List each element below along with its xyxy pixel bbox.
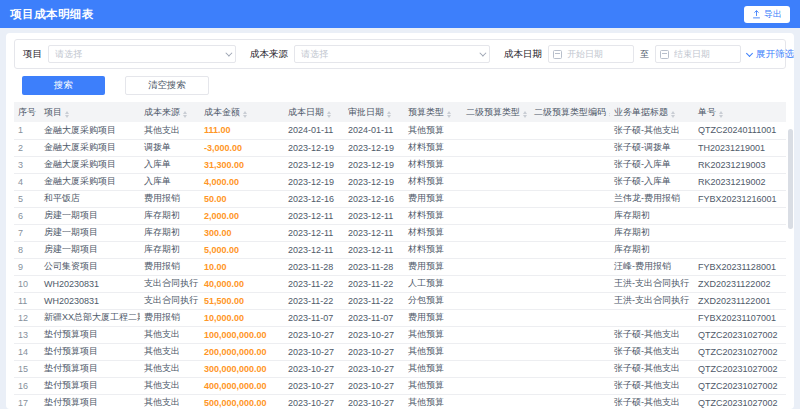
table-cell <box>530 190 610 207</box>
table-cell: 2023-11-07 <box>344 309 404 326</box>
table-cell: 300.00 <box>200 224 284 241</box>
table-cell: 8 <box>14 241 40 258</box>
table-cell: 2023-12-16 <box>284 190 344 207</box>
table-cell: 张子硕-其他支出 <box>610 394 694 409</box>
table-row: 5和平饭店费用报销50.002023-12-162023-12-16费用预算兰伟… <box>14 190 786 207</box>
vertical-scrollbar[interactable] <box>788 129 793 229</box>
table-cell: FYBX20231216001 <box>694 190 786 207</box>
results-table: 序号项目成本来源成本金额成本日期审批日期预算类型二级预算类型二级预算类型编码业务… <box>14 102 786 409</box>
clear-search-button[interactable]: 清空搜索 <box>125 76 209 95</box>
table-cell: 1 <box>14 122 40 139</box>
date-end-input[interactable] <box>655 45 741 63</box>
table-cell: 其他预算 <box>404 394 462 409</box>
table-cell: 200,000,000.00 <box>200 343 284 360</box>
table-cell: 40,000.00 <box>200 275 284 292</box>
source-select[interactable] <box>294 45 490 63</box>
table-cell: 和平饭店 <box>40 190 140 207</box>
project-select[interactable] <box>48 45 236 63</box>
table-cell <box>530 224 610 241</box>
content-card: 项目 成本来源 成本日期 至 展开筛选 搜索 清空搜索 序号项目成 <box>6 33 794 409</box>
table-cell: 7 <box>14 224 40 241</box>
table-cell: 费用报销 <box>140 258 200 275</box>
page-title: 项目成本明细表 <box>10 7 94 22</box>
table-cell <box>462 190 530 207</box>
date-start-field[interactable] <box>548 45 634 63</box>
sort-icon[interactable] <box>65 111 69 118</box>
expand-filter-link[interactable]: 展开筛选 <box>747 48 794 61</box>
table-cell: QTZC20231027002 <box>694 326 786 343</box>
table-cell: 分包预算 <box>404 292 462 309</box>
table-cell <box>462 394 530 409</box>
sort-icon[interactable] <box>243 111 247 118</box>
date-start-input[interactable] <box>548 45 634 63</box>
table-cell: 垫付预算项目 <box>40 326 140 343</box>
table-cell: 其他预算 <box>404 343 462 360</box>
table-cell <box>462 326 530 343</box>
project-select-input[interactable] <box>48 45 236 63</box>
column-header[interactable]: 成本日期 <box>284 102 344 122</box>
column-header[interactable]: 单号 <box>694 102 786 122</box>
column-header[interactable]: 预算类型 <box>404 102 462 122</box>
table-cell: 10 <box>14 275 40 292</box>
search-button[interactable]: 搜索 <box>22 76 105 95</box>
table-cell: 6 <box>14 207 40 224</box>
table-cell: 调拨单 <box>140 139 200 156</box>
column-header[interactable]: 审批日期 <box>344 102 404 122</box>
table-cell <box>462 241 530 258</box>
table-cell: 2023-10-27 <box>284 394 344 409</box>
table-cell: WH20230831 <box>40 275 140 292</box>
table-cell <box>462 377 530 394</box>
table-cell: 费用预算 <box>404 190 462 207</box>
sort-icon[interactable] <box>719 111 723 118</box>
table-cell: 2023-10-27 <box>284 360 344 377</box>
sort-icon[interactable] <box>327 111 331 118</box>
table-cell: 300,000,000.00 <box>200 360 284 377</box>
column-header-label: 业务单据标题 <box>614 107 668 117</box>
table-cell: RK20231219003 <box>694 156 786 173</box>
export-button[interactable]: 导出 <box>744 6 790 23</box>
date-end-field[interactable] <box>655 45 741 63</box>
table-cell <box>462 360 530 377</box>
source-select-input[interactable] <box>294 45 490 63</box>
table-cell <box>530 309 610 326</box>
table-cell <box>530 275 610 292</box>
table-cell: 库存期初 <box>140 224 200 241</box>
column-header[interactable]: 成本金额 <box>200 102 284 122</box>
table-cell: 4,000.00 <box>200 173 284 190</box>
table-cell: 人工预算 <box>404 275 462 292</box>
sort-icon[interactable] <box>183 111 187 118</box>
sort-icon[interactable] <box>671 111 675 118</box>
table-cell: 其他预算 <box>404 326 462 343</box>
source-filter-label: 成本来源 <box>250 48 288 61</box>
table-cell: QTZC20231027002 <box>694 360 786 377</box>
table-cell <box>530 241 610 258</box>
column-header[interactable]: 二级预算类型编码 <box>530 102 610 122</box>
sort-icon[interactable] <box>523 111 527 118</box>
table-cell: QTZC20231027002 <box>694 343 786 360</box>
table-cell: 王洪-支出合同执行 <box>610 292 694 309</box>
table-cell: 垫付预算项目 <box>40 360 140 377</box>
table-cell <box>462 292 530 309</box>
date-filter-label: 成本日期 <box>504 48 542 61</box>
column-header[interactable]: 成本来源 <box>140 102 200 122</box>
table-cell <box>530 139 610 156</box>
column-header[interactable]: 二级预算类型 <box>462 102 530 122</box>
sort-icon[interactable] <box>387 111 391 118</box>
table-cell: 10.00 <box>200 258 284 275</box>
table-cell: 张子硕-入库单 <box>610 173 694 190</box>
table-cell: 材料预算 <box>404 207 462 224</box>
table-cell: TH20231219001 <box>694 139 786 156</box>
table-cell: 张子硕-其他支出 <box>610 377 694 394</box>
table-cell: 张子硕-入库单 <box>610 156 694 173</box>
column-header[interactable]: 项目 <box>40 102 140 122</box>
table-cell <box>462 309 530 326</box>
table-cell: 库存期初 <box>140 207 200 224</box>
table-cell: 垫付预算项目 <box>40 343 140 360</box>
table-cell: 张子硕-其他支出 <box>610 326 694 343</box>
table-cell <box>530 326 610 343</box>
sort-icon[interactable] <box>447 111 451 118</box>
sort-icon[interactable] <box>609 111 610 118</box>
column-header[interactable]: 业务单据标题 <box>610 102 694 122</box>
table-cell: 2023-10-27 <box>344 343 404 360</box>
table-cell: 张子硕-其他支出 <box>610 122 694 139</box>
